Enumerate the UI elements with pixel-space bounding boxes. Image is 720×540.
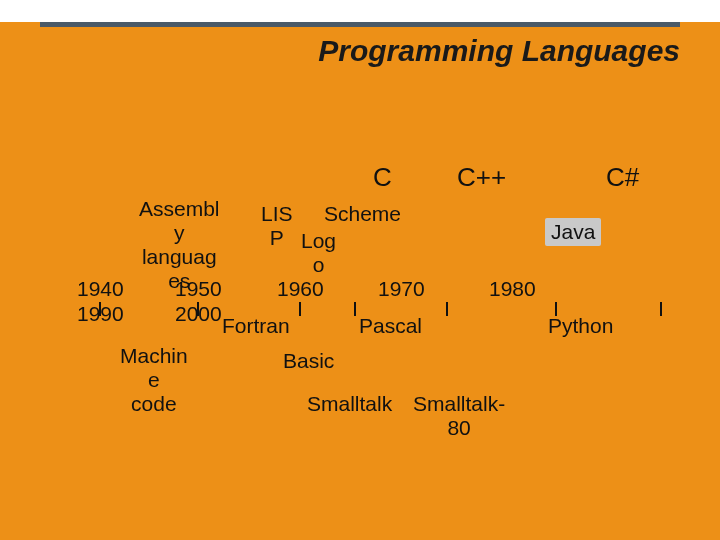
year-1940: 1940 <box>77 277 124 301</box>
year-1970: 1970 <box>378 277 425 301</box>
tick-1960 <box>299 302 301 316</box>
lang-logo: Log o <box>301 229 336 277</box>
top-margin <box>0 0 720 22</box>
lang-scheme: Scheme <box>324 202 401 226</box>
tick-end <box>660 302 662 316</box>
year-1960: 1960 <box>277 277 324 301</box>
lang-pascal: Pascal <box>359 314 422 338</box>
lang-machine: Machin e code <box>120 344 188 416</box>
lang-python: Python <box>548 314 613 338</box>
tick-mid1 <box>354 302 356 316</box>
year-1950: 1950 <box>175 277 222 301</box>
slide: Programming Languages C C++ C# Assembl y… <box>0 0 720 540</box>
lang-smalltalk: Smalltalk <box>307 392 392 416</box>
lang-csharp: C# <box>606 163 639 193</box>
lang-java: Java <box>545 218 601 246</box>
lang-basic: Basic <box>283 349 334 373</box>
tick-1940 <box>99 302 101 316</box>
lang-smalltalk80: Smalltalk- 80 <box>413 392 505 440</box>
header-rule <box>40 22 680 27</box>
lang-cpp: C++ <box>457 163 506 193</box>
tick-1950 <box>197 302 199 316</box>
lang-fortran: Fortran <box>222 314 290 338</box>
year-1980: 1980 <box>489 277 536 301</box>
slide-title: Programming Languages <box>0 34 680 68</box>
lang-c: C <box>373 163 392 193</box>
lang-lisp: LIS P <box>261 202 293 250</box>
tick-mid2 <box>446 302 448 316</box>
